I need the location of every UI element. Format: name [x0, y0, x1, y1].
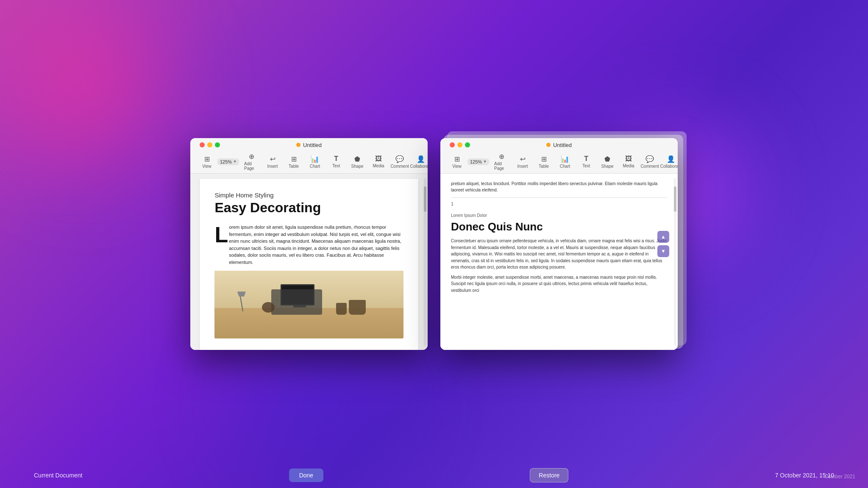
right-comment-icon: 💬: [645, 155, 654, 163]
right-title-dot: [546, 143, 551, 147]
right-collaborate-icon: 👤: [667, 155, 675, 163]
nav-up-button[interactable]: ▲: [657, 231, 669, 243]
left-toolbar-view[interactable]: ⊞ View: [196, 154, 217, 169]
media-icon: 🖼: [375, 155, 382, 163]
right-insert-label: Insert: [517, 164, 528, 169]
right-toolbar-addpage[interactable]: ⊕ Add Page: [491, 152, 512, 172]
chart-icon: 📊: [311, 155, 319, 163]
left-zoom-control[interactable]: 125% ▼: [217, 158, 239, 165]
right-page-number: 1: [451, 197, 667, 210]
left-toolbar-media[interactable]: 🖼 Media: [368, 154, 389, 169]
shape-icon: ⬟: [354, 155, 360, 163]
text-label: Text: [332, 164, 340, 168]
right-window-controls: [450, 142, 470, 147]
current-document-label: Current Document: [34, 472, 82, 479]
left-toolbar-collaborate[interactable]: 👤 Collaborate: [410, 154, 428, 169]
collaborate-label: Collaborate: [410, 164, 428, 169]
right-zoom-control[interactable]: 125% ▼: [467, 158, 489, 165]
right-toolbar-shape[interactable]: ⬟ Shape: [597, 154, 618, 169]
right-view-icon: ⊞: [454, 155, 460, 163]
right-chart-label: Chart: [560, 164, 570, 169]
minimize-button[interactable]: [207, 142, 212, 147]
windows-wrapper: Untitled ⊞ View 125% ▼ ⊕ Add Page: [190, 138, 678, 350]
left-toolbar-table[interactable]: ⊞ Table: [283, 154, 304, 169]
doc-room-image: [214, 271, 403, 338]
right-scrollbar-thumb[interactable]: [674, 186, 676, 212]
right-text-label: Text: [582, 164, 590, 168]
right-section-title: Donec Quis Nunc: [451, 220, 667, 233]
right-chart-icon: 📊: [561, 155, 569, 163]
right-toolbar-comment[interactable]: 💬 Comment: [639, 154, 660, 169]
right-intro-text: pretium aliquet, lectus tincidunt. Portt…: [451, 180, 667, 193]
zoom-arrow: ▼: [233, 160, 236, 164]
right-table-label: Table: [539, 164, 549, 169]
right-shape-label: Shape: [601, 164, 614, 169]
comment-icon: 💬: [395, 155, 404, 163]
right-media-label: Media: [623, 164, 634, 168]
table-label: Table: [289, 164, 299, 169]
right-scrollbar[interactable]: [674, 178, 676, 346]
left-toolbar-shape[interactable]: ⬟ Shape: [347, 154, 368, 169]
left-doc-content: Simple Home Styling Easy Decorating L or…: [190, 174, 428, 350]
room-scene: [214, 271, 403, 338]
nav-arrows: ▲ ▼: [657, 231, 669, 257]
maximize-button[interactable]: [215, 142, 220, 147]
right-shape-icon: ⬟: [604, 155, 610, 163]
right-section-label: Lorem Ipsum Dolor: [451, 213, 667, 218]
bottom-bar: Current Document Done Restore 7 October …: [0, 463, 868, 488]
insert-label: Insert: [267, 164, 278, 169]
left-title-text: Untitled: [303, 142, 322, 148]
left-toolbar: Untitled ⊞ View 125% ▼ ⊕ Add Page: [190, 138, 428, 174]
left-toolbar-addpage[interactable]: ⊕ Add Page: [241, 152, 262, 172]
right-doc-page: pretium aliquet, lectus tincidunt. Portt…: [440, 174, 678, 350]
right-toolbar-collaborate[interactable]: 👤 Collaborate: [660, 154, 678, 169]
left-toolbar-comment[interactable]: 💬 Comment: [389, 154, 410, 169]
right-collaborate-label: Collaborate: [660, 164, 678, 169]
left-doc-page: Simple Home Styling Easy Decorating L or…: [200, 179, 418, 350]
right-title-text: Untitled: [553, 142, 572, 148]
right-text-icon: T: [584, 155, 588, 163]
left-toolbar-chart[interactable]: 📊 Chart: [304, 154, 326, 169]
close-button[interactable]: [200, 142, 205, 147]
right-maximize-button[interactable]: [465, 142, 470, 147]
drop-cap: L: [214, 225, 228, 266]
right-toolbar-chart[interactable]: 📊 Chart: [554, 154, 576, 169]
cushion: [262, 302, 275, 313]
addpage-label: Add Page: [244, 161, 259, 171]
left-window: Untitled ⊞ View 125% ▼ ⊕ Add Page: [190, 138, 428, 350]
right-addpage-label: Add Page: [494, 161, 509, 171]
right-insert-icon: ↩: [520, 155, 526, 163]
left-scrollbar[interactable]: [424, 178, 426, 346]
sofa: [271, 289, 322, 315]
left-window-title: Untitled: [296, 142, 322, 148]
view-label: View: [202, 164, 211, 169]
right-toolbar-insert[interactable]: ↩ Insert: [512, 154, 533, 169]
basket: [349, 300, 366, 315]
right-comment-label: Comment: [640, 164, 659, 169]
doc-subtitle: Simple Home Styling: [214, 191, 403, 199]
paragraph-text: orem ipsum dolor sit amet, ligula suspen…: [229, 224, 403, 266]
right-toolbar-table[interactable]: ⊞ Table: [533, 154, 554, 169]
restore-button[interactable]: Restore: [530, 468, 568, 482]
right-window: Untitled ⊞ View 125% ▼: [440, 138, 678, 350]
right-windows-stack: Untitled ⊞ View 125% ▼: [440, 138, 678, 350]
left-scrollbar-thumb[interactable]: [424, 186, 426, 212]
nav-down-button[interactable]: ▼: [657, 245, 669, 257]
media-label: Media: [373, 164, 384, 168]
done-button[interactable]: Done: [289, 469, 323, 482]
insert-icon: ↩: [270, 155, 275, 163]
right-doc-content: pretium aliquet, lectus tincidunt. Portt…: [440, 174, 678, 350]
right-minimize-button[interactable]: [457, 142, 462, 147]
right-close-button[interactable]: [450, 142, 455, 147]
right-toolbar-media[interactable]: 🖼 Media: [618, 154, 639, 169]
right-toolbar-icons: ⊞ View 125% ▼ ⊕ Add Page: [445, 152, 673, 172]
right-toolbar-text[interactable]: T Text: [576, 154, 597, 169]
right-toolbar-view[interactable]: ⊞ View: [446, 154, 467, 169]
drop-cap-paragraph: L orem ipsum dolor sit amet, ligula susp…: [214, 224, 403, 266]
right-view-label: View: [452, 164, 462, 169]
right-window-title: Untitled: [546, 142, 572, 148]
right-section-body-2: Morbi integer molestie, amet suspendisse…: [451, 274, 667, 294]
comment-label: Comment: [390, 164, 409, 169]
left-toolbar-text[interactable]: T Text: [326, 154, 347, 169]
left-toolbar-insert[interactable]: ↩ Insert: [262, 154, 283, 169]
